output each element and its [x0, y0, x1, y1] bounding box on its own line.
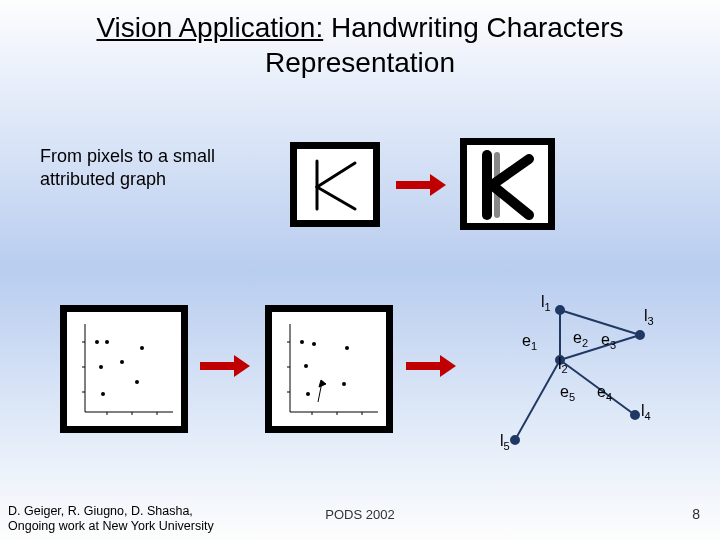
svg-point-22 [101, 392, 105, 396]
svg-point-35 [345, 346, 349, 350]
subtitle: From pixels to a small attributed graph [40, 145, 220, 190]
svg-marker-43 [440, 355, 456, 377]
glyph-k-thin [297, 149, 373, 220]
svg-point-33 [312, 342, 316, 346]
label-l4: l4 [641, 402, 651, 422]
svg-line-2 [317, 187, 355, 209]
arrow-icon [406, 355, 456, 377]
label-l2: l2 [558, 355, 568, 375]
label-e3: e3 [601, 331, 616, 351]
svg-point-37 [306, 392, 310, 396]
arrow-icon [200, 355, 250, 377]
svg-line-53 [515, 360, 560, 440]
svg-point-34 [304, 364, 308, 368]
footer-venue: PODS 2002 [0, 507, 720, 522]
svg-rect-40 [200, 362, 234, 370]
svg-point-32 [300, 340, 304, 344]
svg-marker-8 [430, 174, 446, 196]
glyph-k-thick [467, 145, 548, 223]
svg-rect-42 [406, 362, 440, 370]
svg-point-18 [105, 340, 109, 344]
label-e4: e4 [597, 383, 612, 403]
label-l1: l1 [541, 293, 551, 313]
plot-scatter-2 [272, 312, 386, 426]
svg-point-19 [99, 365, 103, 369]
title-rest: Handwriting Characters [323, 12, 623, 43]
svg-line-50 [560, 310, 640, 335]
figure-bottom-2 [265, 305, 393, 433]
svg-line-1 [317, 163, 355, 187]
figure-top-2 [460, 138, 555, 230]
figure-top-1 [290, 142, 380, 227]
page-number: 8 [692, 506, 700, 522]
svg-point-36 [342, 382, 346, 386]
svg-rect-7 [396, 181, 430, 189]
title-line2: Representation [265, 47, 455, 78]
svg-marker-39 [319, 380, 326, 387]
plot-scatter-1 [67, 312, 181, 426]
svg-line-51 [560, 335, 640, 360]
arrow-icon [396, 174, 446, 196]
label-e5: e5 [560, 383, 575, 403]
slide-title: Vision Application: Handwriting Characte… [0, 10, 720, 80]
title-underlined: Vision Application: [96, 12, 323, 43]
label-e1: e1 [522, 332, 537, 352]
svg-point-21 [135, 380, 139, 384]
label-l5: l5 [500, 432, 510, 452]
svg-point-23 [120, 360, 124, 364]
slide: Vision Application: Handwriting Characte… [0, 0, 720, 540]
svg-point-20 [140, 346, 144, 350]
label-e2: e2 [573, 329, 588, 349]
label-l3: l3 [644, 307, 654, 327]
svg-point-17 [95, 340, 99, 344]
svg-marker-41 [234, 355, 250, 377]
figure-bottom-1 [60, 305, 188, 433]
